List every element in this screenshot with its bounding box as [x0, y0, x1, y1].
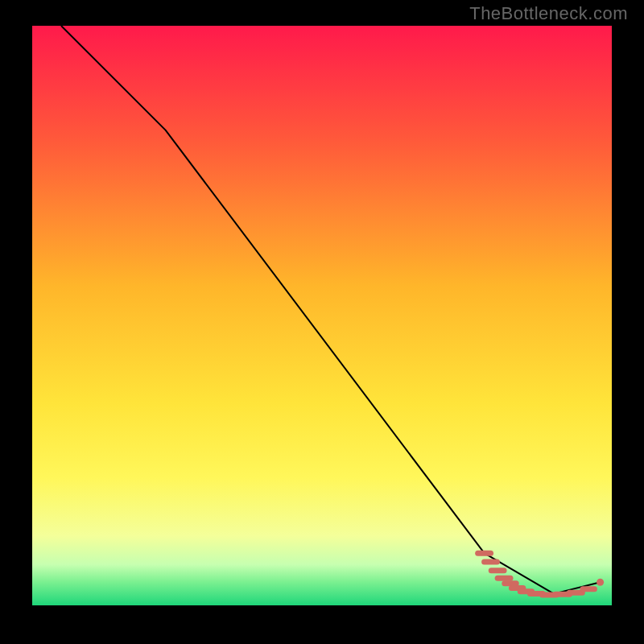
chart-frame: TheBottleneck.com	[0, 0, 644, 644]
endpoint-dot	[597, 579, 604, 586]
watermark-text: TheBottleneck.com	[469, 3, 628, 24]
plot-svg	[32, 26, 612, 605]
gradient-bg	[32, 26, 612, 605]
plot-area	[32, 26, 612, 605]
